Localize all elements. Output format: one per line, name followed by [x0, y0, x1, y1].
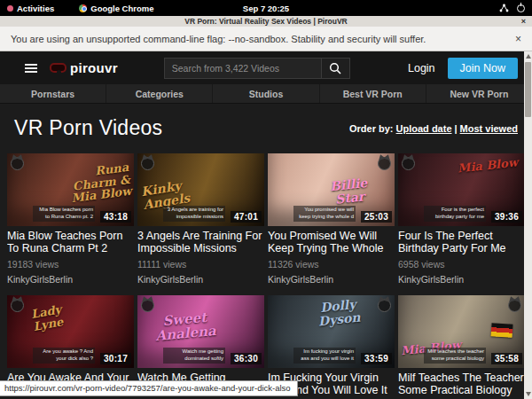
- video-title[interactable]: Four Is The Perfect Birthday Party For M…: [398, 230, 525, 254]
- page-scrollbar[interactable]: [524, 51, 532, 399]
- video-grid: Runa Charm & Mia Blow Mia Blow teaches p…: [7, 153, 525, 399]
- vr-goggles-icon: [50, 63, 66, 73]
- search-icon: [329, 62, 341, 74]
- order-by-upload-date-link[interactable]: Upload date: [396, 123, 452, 134]
- order-by-label: Order by:: [349, 123, 394, 134]
- video-views: 19183 views: [7, 259, 134, 270]
- order-by-most-viewed-link[interactable]: Most viewed: [460, 123, 518, 134]
- video-thumbnail[interactable]: Lady Lyne Are you awake ? And your dick …: [7, 295, 134, 368]
- video-duration-badge: 39:36: [491, 211, 522, 223]
- tab-close-icon[interactable]: ×: [521, 16, 526, 27]
- video-thumbnail[interactable]: Sweet Analena Watch me getting dominated…: [137, 295, 264, 368]
- thumbnail-overlay-name: Billie Star: [314, 175, 386, 207]
- nav-item-new-vr-porn[interactable]: New VR Porn: [426, 84, 532, 103]
- video-thumbnail[interactable]: Dolly Dyson Im fucking your virgin ass a…: [268, 295, 395, 368]
- chrome-icon: [79, 4, 87, 12]
- studio-cat-logo-icon: [141, 299, 154, 312]
- video-thumbnail[interactable]: Kinky Angels 3 Angels are training for i…: [137, 153, 264, 226]
- power-icon[interactable]: [517, 4, 525, 12]
- infobar-message: You are using an unsupported command-lin…: [11, 34, 426, 44]
- video-duration-badge: 36:30: [231, 353, 262, 364]
- studio-cat-logo-icon: [11, 299, 24, 312]
- nav-item-pornstars[interactable]: Pornstars: [0, 84, 106, 103]
- nav-item-categories[interactable]: Categories: [106, 84, 212, 103]
- site-logo-text: pirouvr: [70, 60, 118, 75]
- video-duration-badge: 47:01: [231, 211, 262, 223]
- studio-cat-logo-icon: [378, 157, 391, 170]
- thumbnail-overlay-name: Kinky Angels: [140, 175, 213, 211]
- login-link[interactable]: Login: [408, 62, 435, 74]
- video-card[interactable]: Mia Blow Four is the perfect birthday pa…: [398, 153, 525, 292]
- studio-cat-logo-icon: [11, 157, 24, 170]
- app-menu-label: Google Chrome: [90, 4, 153, 13]
- video-card[interactable]: Mia Blow Milf teaches the teacher some p…: [398, 295, 525, 399]
- scrollbar-down-arrow-icon[interactable]: [526, 392, 531, 396]
- infobar-close-icon[interactable]: ×: [515, 33, 521, 45]
- thumbnail-overlay-name: Dolly Dyson: [297, 295, 381, 330]
- nav-item-studios[interactable]: Studios: [212, 84, 318, 103]
- video-views: 11326 views: [268, 259, 395, 270]
- video-studio-link[interactable]: KinkyGirlsBerlin: [137, 274, 264, 292]
- search-bar: [164, 58, 350, 79]
- video-thumbnail[interactable]: Billie Star You promised we will keep tr…: [268, 153, 395, 226]
- notification-dot-icon: [7, 5, 13, 12]
- thumbnail-caption: Mia Blow teaches porn to Runa Charm pt. …: [33, 206, 95, 222]
- thumbnail-caption: Four is the perfect birthday party for m…: [424, 206, 486, 222]
- thumbnail-caption: You promised we will keep trying the who…: [293, 206, 356, 222]
- site-logo[interactable]: pirouvr: [50, 60, 118, 75]
- main-nav: Pornstars Categories Studios Best VR Por…: [0, 84, 532, 104]
- thumbnail-overlay-name: Mia Blow: [455, 156, 520, 175]
- video-card[interactable]: Runa Charm & Mia Blow Mia Blow teaches p…: [7, 153, 134, 292]
- video-card[interactable]: Kinky Angels 3 Angels are training for i…: [137, 153, 264, 292]
- order-by-separator: |: [455, 123, 458, 134]
- order-by: Order by: Upload date|Most viewed: [349, 123, 518, 134]
- studio-cat-logo-icon: [378, 299, 391, 312]
- video-views: 11111 views: [137, 259, 264, 270]
- video-card[interactable]: Billie Star You promised we will keep tr…: [268, 153, 395, 292]
- video-thumbnail[interactable]: Mia Blow Milf teaches the teacher some p…: [398, 295, 525, 368]
- site-header: pirouvr Login Join Now: [0, 51, 532, 84]
- search-input[interactable]: [164, 58, 322, 79]
- german-flag-icon: [491, 323, 513, 338]
- video-thumbnail[interactable]: Mia Blow Four is the perfect birthday pa…: [398, 153, 525, 226]
- studio-cat-logo-icon: [141, 157, 154, 170]
- hamburger-menu-icon[interactable]: [25, 62, 37, 74]
- clock[interactable]: Sep 7 20:25: [243, 4, 289, 13]
- thumbnail-caption: 3 Angels are training for impossible mis…: [163, 206, 225, 222]
- video-thumbnail[interactable]: Runa Charm & Mia Blow Mia Blow teaches p…: [7, 153, 134, 226]
- join-now-button[interactable]: Join Now: [448, 58, 518, 79]
- nav-item-best-vr-porn[interactable]: Best VR Porn: [319, 84, 426, 103]
- thumbnail-overlay-name: Runa Charm & Mia Blow: [52, 161, 132, 207]
- page-heading-row: VR Porn Videos Order by: Upload date|Mos…: [0, 104, 532, 153]
- studio-cat-logo-icon: [508, 299, 521, 312]
- browser-tab-bar: VR Porn: Virtual Reality Sex Videos | Pi…: [0, 16, 532, 27]
- video-title[interactable]: Mia Blow Teaches Porn To Runa Charm Pt 2: [7, 230, 134, 254]
- studio-cat-logo-icon: [402, 157, 415, 170]
- network-icon[interactable]: [499, 4, 509, 12]
- chrome-infobar: You are using an unsupported command-lin…: [0, 27, 532, 51]
- system-top-bar: Activities Google Chrome Sep 7 20:25: [0, 0, 532, 16]
- activities-label: Activities: [17, 4, 54, 13]
- video-title[interactable]: 3 Angels Are Training For Impossible Mis…: [137, 230, 264, 254]
- scrollbar-thumb[interactable]: [525, 62, 531, 117]
- thumbnail-caption: Milf teaches the teacher some practical …: [424, 348, 486, 364]
- video-studio-link[interactable]: KinkyGirlsBerlin: [268, 274, 395, 292]
- page-title: VR Porn Videos: [14, 116, 162, 140]
- search-button[interactable]: [322, 58, 350, 79]
- thumbnail-overlay-name: Sweet Analena: [144, 309, 227, 344]
- scrollbar-up-arrow-icon[interactable]: [526, 54, 531, 59]
- link-status-bar: https://pirouvr.com/vr-porn-video/779325…: [0, 380, 298, 396]
- video-studio-link[interactable]: KinkyGirlsBerlin: [398, 274, 525, 292]
- thumbnail-overlay-name: Mia Blow: [401, 338, 474, 357]
- activities-button[interactable]: Activities: [7, 4, 54, 13]
- video-title[interactable]: Milf Teaches The Teacher Some Practical …: [398, 372, 525, 396]
- video-duration-badge: 35:58: [491, 353, 522, 364]
- video-title[interactable]: You Promised We Will Keep Trying The Who…: [268, 230, 395, 254]
- video-studio-link[interactable]: KinkyGirlsBerlin: [7, 274, 134, 292]
- video-views: 6958 views: [398, 259, 525, 270]
- video-duration-badge: 33:59: [361, 353, 392, 364]
- app-menu-button[interactable]: Google Chrome: [79, 4, 153, 13]
- thumbnail-caption: Are you awake ? And your dick also ?: [33, 348, 95, 364]
- video-duration-badge: 25:03: [361, 211, 392, 223]
- browser-tab-title: VR Porn: Virtual Reality Sex Videos | Pi…: [184, 17, 347, 26]
